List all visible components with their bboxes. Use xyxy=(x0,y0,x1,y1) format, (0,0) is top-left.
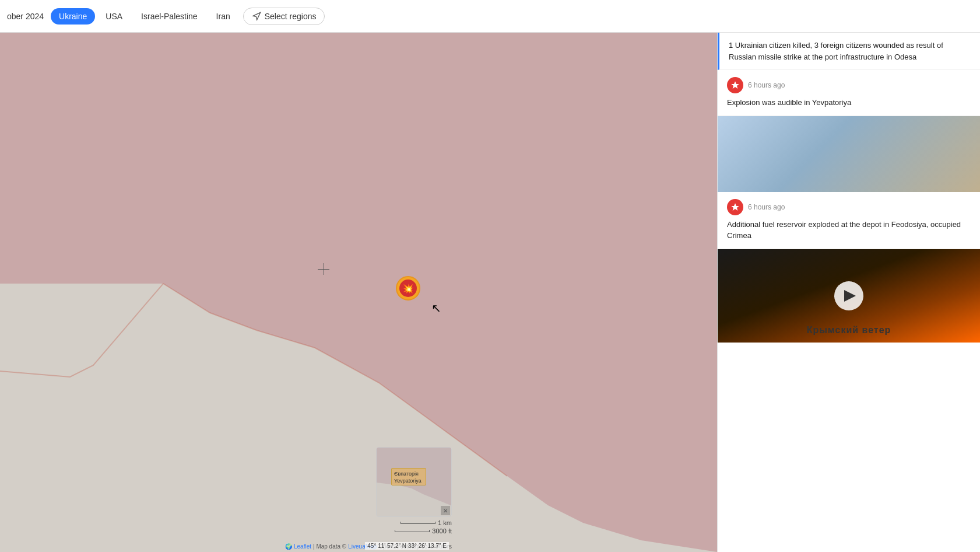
news-item-1[interactable]: 1 Ukrainian citizen killed, 3 foreign ci… xyxy=(718,33,980,70)
news-item-2-header: 6 hours ago xyxy=(727,77,971,93)
leaflet-link[interactable]: Leaflet xyxy=(294,543,311,550)
minimap[interactable]: Євпаторія Yevpatoriya ✕ xyxy=(376,447,452,517)
explosion-svg-3 xyxy=(730,202,740,212)
svg-marker-0 xyxy=(253,12,261,20)
location-icon xyxy=(252,12,261,21)
minimap-location-label: Євпаторія Yevpatoriya xyxy=(394,471,421,484)
explosion-svg-2 xyxy=(730,81,740,90)
explosion-icon-2 xyxy=(727,77,743,93)
attribution-flag: 🌍 xyxy=(285,543,292,550)
select-regions-label: Select regions xyxy=(265,12,317,21)
scale-km-line xyxy=(401,522,435,524)
map-marker-yevpatoriya[interactable]: 💥 xyxy=(395,275,421,303)
nav-israel-palestine-button[interactable]: Israel-Palestine xyxy=(133,8,206,25)
nav-usa-button[interactable]: USA xyxy=(97,8,131,25)
minimap-close-button[interactable]: ✕ xyxy=(441,506,450,515)
news-text-1: 1 Ukrainian citizen killed, 3 foreign ci… xyxy=(729,40,971,62)
news-item-2[interactable]: 6 hours ago Explosion was audible in Yev… xyxy=(718,70,980,116)
select-regions-button[interactable]: Select regions xyxy=(243,8,325,25)
scale-ft-label: 3000 ft xyxy=(432,527,452,534)
explosion-marker-icon: 💥 xyxy=(395,275,421,301)
news-feed[interactable]: 1 Ukrainian citizen killed, 3 foreign ci… xyxy=(718,33,980,552)
explosion-icon-3 xyxy=(727,199,743,215)
news-text-3: Additional fuel reservoir exploded at th… xyxy=(727,219,971,242)
scale-km-row: 1 km xyxy=(401,519,452,526)
news-time-2: 6 hours ago xyxy=(748,81,785,89)
news-item-3-header: 6 hours ago xyxy=(727,199,971,215)
scale-km-label: 1 km xyxy=(438,519,452,526)
news-text-2: Explosion was audible in Yevpatoriya xyxy=(727,97,971,109)
svg-text:💥: 💥 xyxy=(402,283,414,294)
play-button-2[interactable] xyxy=(834,281,863,310)
scale-ft-row: 3000 ft xyxy=(395,527,452,534)
play-triangle-2 xyxy=(844,290,856,302)
nav-date: ober 2024 xyxy=(7,12,44,21)
scale-ft-line xyxy=(395,530,430,532)
nav-ukraine-button[interactable]: Ukraine xyxy=(51,8,95,25)
news-time-3: 6 hours ago xyxy=(748,203,785,211)
scale-bar: 1 km 3000 ft xyxy=(395,519,452,536)
crimea-video-label: Крымский ветер xyxy=(807,325,891,336)
nav-iran-button[interactable]: Iran xyxy=(208,8,238,25)
map-svg xyxy=(0,33,717,552)
minimap-content: Євпаторія Yevpatoriya xyxy=(377,448,451,516)
news-item-3[interactable]: 6 hours ago Additional fuel reservoir ex… xyxy=(718,192,980,249)
video-thumb-1[interactable] xyxy=(718,116,980,192)
top-navigation: ober 2024 Ukraine USA Israel-Palestine I… xyxy=(0,0,980,33)
attribution-map-data: | Map data © xyxy=(313,543,346,550)
coordinates-display: 45° 11' 57.2" N 33° 26' 13.7" E xyxy=(365,542,449,550)
video-thumb-2[interactable]: Крымский ветер xyxy=(718,249,980,343)
map-container[interactable]: 💥 ↖ Євпаторія Yevpatoriya ✕ 1 km 3000 xyxy=(0,33,717,552)
right-panel: 📰 News Live 🌐 Language 🕐 Time 1 Ukrainia… xyxy=(717,0,980,552)
